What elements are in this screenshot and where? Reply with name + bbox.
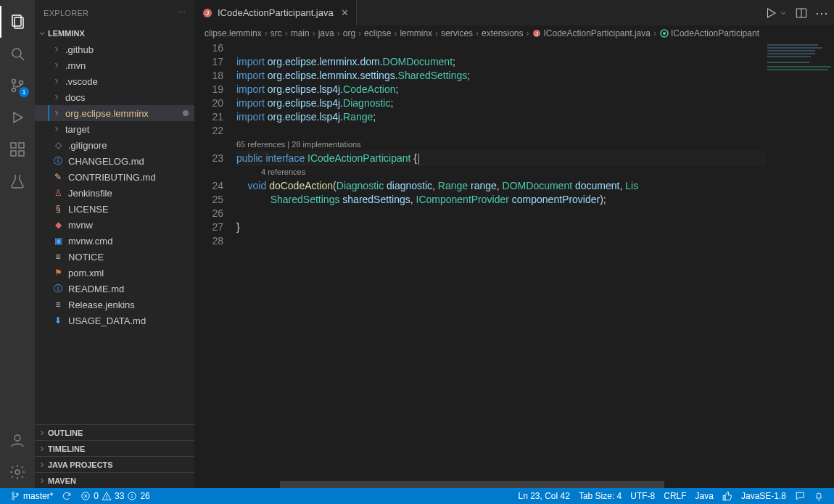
chevron-right-icon bbox=[52, 93, 61, 102]
code-line[interactable]: import org.eclipse.lsp4j.Diagnostic; bbox=[236, 96, 764, 110]
code-line[interactable] bbox=[236, 207, 764, 220]
breadcrumb-separator: › bbox=[284, 28, 289, 38]
tree-item[interactable]: ◆mvnw bbox=[35, 217, 194, 233]
status-branch[interactable]: master* bbox=[6, 488, 57, 504]
code-lens[interactable]: 4 references bbox=[236, 165, 764, 179]
activity-run[interactable] bbox=[0, 102, 35, 133]
tree-item[interactable]: ⬇USAGE_DATA.md bbox=[35, 313, 194, 329]
breadcrumb-segment[interactable]: ICodeActionParticipant bbox=[671, 28, 759, 38]
code-line[interactable]: import org.eclipse.lemminx.dom.DOMDocume… bbox=[236, 55, 764, 69]
tab-close-icon[interactable]: ✕ bbox=[341, 7, 349, 18]
code-line[interactable] bbox=[236, 234, 764, 248]
bell-icon bbox=[814, 491, 824, 501]
split-editor-icon[interactable] bbox=[795, 7, 808, 20]
code-lens[interactable]: 65 references | 28 implementations bbox=[236, 138, 764, 152]
tree-item[interactable]: ⓘREADME.md bbox=[35, 281, 194, 297]
breadcrumb-segment[interactable]: main bbox=[291, 28, 310, 38]
breadcrumb-segment[interactable]: eclipse bbox=[364, 28, 391, 38]
activity-settings[interactable] bbox=[0, 456, 35, 488]
explorer-section-head[interactable]: JAVA PROJECTS bbox=[35, 456, 194, 472]
breadcrumb-segment[interactable]: lemminx bbox=[400, 28, 432, 38]
run-action-icon[interactable] bbox=[764, 7, 777, 20]
tree-item[interactable]: §LICENSE bbox=[35, 201, 194, 217]
activity-test[interactable] bbox=[0, 165, 35, 197]
editor-tab[interactable]: J ICodeActionParticipant.java ✕ bbox=[194, 0, 357, 25]
file-icon: ▣ bbox=[52, 235, 64, 247]
status-lncol[interactable]: Ln 23, Col 42 bbox=[513, 491, 574, 501]
java-file-icon: J bbox=[202, 7, 213, 19]
chevron-down-icon[interactable] bbox=[779, 9, 788, 17]
tree-item[interactable]: ♙Jenkinsfile bbox=[35, 185, 194, 201]
status-eol[interactable]: CRLF bbox=[659, 491, 690, 501]
status-jre[interactable]: JavaSE-1.8 bbox=[737, 491, 790, 501]
status-bell[interactable] bbox=[809, 491, 828, 501]
breadcrumb-segment[interactable]: src bbox=[271, 28, 282, 38]
code-line[interactable]: public interface ICodeActionParticipant … bbox=[236, 152, 764, 165]
activity-explorer[interactable] bbox=[0, 6, 35, 38]
file-icon: ⓘ bbox=[52, 155, 64, 167]
svg-text:J: J bbox=[206, 9, 210, 17]
activity-accounts[interactable] bbox=[0, 424, 35, 456]
code-line[interactable]: SharedSettings sharedSettings, IComponen… bbox=[236, 193, 764, 207]
tree-item[interactable]: .vscode bbox=[35, 73, 194, 89]
explorer-section-head[interactable]: TIMELINE bbox=[35, 440, 194, 456]
activity-scm[interactable]: 1 bbox=[0, 70, 35, 102]
activity-search[interactable] bbox=[0, 38, 35, 70]
tree-item-label: pom.xml bbox=[68, 268, 104, 278]
tree-item[interactable]: org.eclipse.lemminx bbox=[35, 105, 194, 121]
code-line[interactable]: } bbox=[236, 220, 764, 234]
code-line[interactable] bbox=[236, 124, 764, 138]
horizontal-scroll-thumb[interactable] bbox=[280, 481, 664, 488]
breadcrumb-segment[interactable]: clipse.lemminx bbox=[205, 28, 262, 38]
status-tabsize[interactable]: Tab Size: 4 bbox=[574, 491, 626, 501]
tree-item[interactable]: ≡NOTICE bbox=[35, 249, 194, 265]
tree-item[interactable]: .mvn bbox=[35, 57, 194, 73]
project-section-head[interactable]: LEMMINX bbox=[35, 25, 194, 41]
tree-item[interactable]: ⚑pom.xml bbox=[35, 265, 194, 281]
breadcrumb-segment[interactable]: ICodeActionParticipant.java bbox=[543, 28, 650, 38]
file-icon: ◆ bbox=[52, 219, 64, 231]
tree-item[interactable]: target bbox=[35, 121, 194, 137]
breadcrumb-segment[interactable]: org bbox=[343, 28, 355, 38]
tree-item[interactable]: ◇.gitignore bbox=[35, 137, 194, 153]
tree-item[interactable]: ▣mvnw.cmd bbox=[35, 233, 194, 249]
status-encoding[interactable]: UTF-8 bbox=[626, 491, 659, 501]
tree-item-label: NOTICE bbox=[68, 252, 104, 263]
tree-item-label: LICENSE bbox=[68, 204, 109, 215]
breadcrumb-segment[interactable]: java bbox=[318, 28, 334, 38]
code-line[interactable]: void doCodeAction(Diagnostic diagnostic,… bbox=[236, 179, 764, 193]
activity-extensions[interactable] bbox=[0, 133, 35, 165]
explorer-section-head[interactable]: OUTLINE bbox=[35, 424, 194, 440]
code-line[interactable]: import org.eclipse.lsp4j.CodeAction; bbox=[236, 83, 764, 96]
tree-item[interactable]: .github bbox=[35, 41, 194, 57]
tree-item[interactable]: ≡Release.jenkins bbox=[35, 297, 194, 313]
tree-item[interactable]: ⓘCHANGELOG.md bbox=[35, 153, 194, 169]
status-sync[interactable] bbox=[57, 488, 76, 504]
status-problems[interactable]: 0 33 26 bbox=[76, 488, 154, 504]
svg-point-25 bbox=[16, 493, 18, 495]
svg-point-4 bbox=[12, 80, 16, 83]
status-thumbsup[interactable] bbox=[718, 491, 737, 501]
explorer-section-head[interactable]: MAVEN bbox=[35, 472, 194, 488]
explorer-more-icon[interactable]: ⋯ bbox=[178, 8, 186, 17]
status-feedback[interactable] bbox=[790, 491, 809, 501]
code-area[interactable]: import org.eclipse.lemminx.dom.DOMDocume… bbox=[236, 41, 764, 488]
code-line[interactable]: import org.eclipse.lsp4j.Range; bbox=[236, 110, 764, 124]
breadcrumb[interactable]: clipse.lemminx›src›main›java›org›eclipse… bbox=[194, 25, 834, 41]
code-line[interactable]: import org.eclipse.lemminx.settings.Shar… bbox=[236, 69, 764, 83]
tree-item-label: docs bbox=[65, 92, 85, 103]
breadcrumb-segment[interactable]: extensions bbox=[482, 28, 523, 38]
svg-rect-8 bbox=[11, 143, 16, 148]
horizontal-scrollbar[interactable] bbox=[236, 481, 764, 488]
more-actions-icon[interactable]: ⋯ bbox=[815, 5, 828, 21]
explorer-title: EXPLORER bbox=[44, 9, 88, 17]
breadcrumb-segment[interactable]: services bbox=[441, 28, 473, 38]
svg-rect-34 bbox=[723, 495, 724, 500]
code-line[interactable] bbox=[236, 41, 764, 55]
breadcrumb-separator: › bbox=[336, 28, 342, 38]
tree-item[interactable]: docs bbox=[35, 89, 194, 105]
tree-item[interactable]: ✎CONTRIBUTING.md bbox=[35, 169, 194, 185]
status-lang[interactable]: Java bbox=[691, 491, 718, 501]
minimap[interactable] bbox=[764, 41, 834, 488]
file-icon: ≡ bbox=[52, 299, 64, 310]
